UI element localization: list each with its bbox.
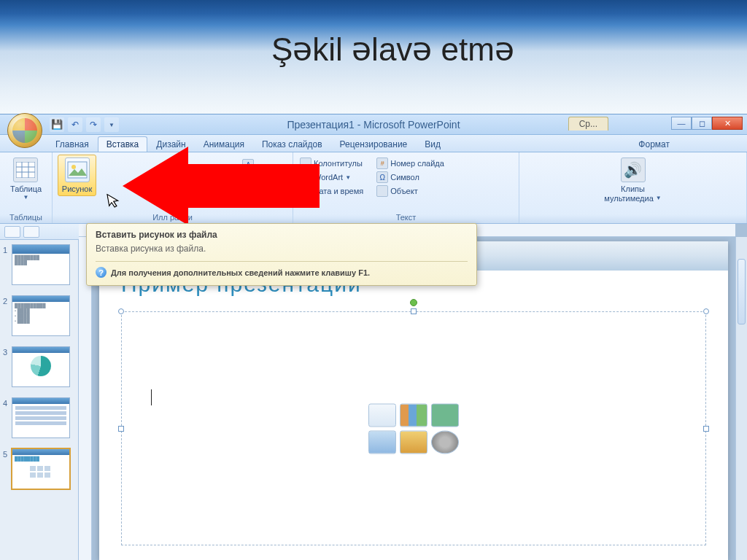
tooltip: Вставить рисунок из файла Вставка рисунк… (86, 223, 477, 286)
media-clips-button[interactable]: 🔊 Клипы мультимедиа▼ (600, 155, 665, 206)
save-icon[interactable]: 💾 (50, 117, 64, 132)
contextual-tab[interactable]: Ср... (568, 117, 608, 131)
table-label: Таблица (10, 184, 42, 193)
slide-canvas[interactable]: Пример презентации (99, 241, 728, 560)
table-icon (13, 158, 38, 182)
slide-thumbnails: 1 ████████████ 2 ██████████• ████• ████•… (0, 240, 79, 560)
insert-chart-icon[interactable] (400, 403, 427, 427)
title-bar: 💾 ↶ ↷ ▼ Презентация1 - Microsoft PowerPo… (0, 114, 747, 135)
content-placeholder[interactable] (121, 311, 706, 545)
resize-handle[interactable] (118, 426, 124, 432)
picture-icon (65, 158, 90, 182)
qat-dropdown-icon[interactable]: ▼ (104, 117, 119, 132)
chevron-down-icon: ▼ (345, 174, 351, 181)
thumbnail-5[interactable]: ████████ (12, 448, 70, 489)
symbol-icon: Ω (376, 171, 388, 183)
powerpoint-window: 💾 ↶ ↷ ▼ Презентация1 - Microsoft PowerPo… (0, 114, 747, 560)
thumbnail-4[interactable] (12, 397, 70, 438)
object-icon (376, 185, 388, 197)
resize-handle[interactable] (118, 308, 124, 314)
media-label-2: мультимедиа (604, 194, 654, 203)
presentation-title: Şəkil əlavə etmə (271, 31, 514, 68)
ribbon: Таблица ▼ Таблицы Рисунок A (0, 152, 747, 224)
tab-view[interactable]: Вид (416, 136, 449, 152)
group-text: Колонтитулы AWordArt ▼ Дата и время #Ном… (293, 152, 519, 223)
resize-handle[interactable] (703, 426, 709, 432)
tab-review[interactable]: Рецензирование (331, 136, 417, 152)
thumbnail-1[interactable]: ████████████ (12, 244, 70, 285)
undo-icon[interactable]: ↶ (68, 117, 82, 132)
tab-home[interactable]: Главная (47, 136, 98, 152)
group-text-label: Текст (293, 213, 519, 222)
help-icon: ? (96, 267, 107, 278)
group-tables: Таблица ▼ Таблицы (0, 152, 53, 223)
group-tables-label: Таблицы (0, 213, 52, 222)
tab-format[interactable]: Формат (630, 136, 678, 152)
slide-panel-tabs (0, 224, 79, 240)
tooltip-title: Вставить рисунок из файла (96, 230, 468, 240)
thumbnail-3[interactable] (12, 346, 70, 387)
svg-point-6 (71, 165, 76, 169)
ribbon-tabs: Главная Вставка Дизайн Анимация Показ сл… (0, 135, 747, 152)
window-controls: — ◻ ✕ (671, 117, 743, 130)
close-button[interactable]: ✕ (712, 117, 743, 130)
presentation-header: Şəkil əlavə etmə (0, 0, 747, 114)
restore-button[interactable]: ◻ (692, 117, 712, 130)
object-button[interactable]: Объект (375, 184, 446, 198)
outline-tab[interactable] (23, 226, 39, 238)
group-media: 🔊 Клипы мультимедиа▼ (519, 152, 747, 223)
placeholder-insert-icons (368, 403, 459, 454)
chevron-down-icon: ▼ (23, 194, 29, 201)
rotate-handle[interactable] (410, 299, 417, 306)
svg-marker-7 (123, 147, 320, 225)
quick-access-toolbar: 💾 ↶ ↷ ▼ (50, 117, 119, 132)
scrollbar-vertical[interactable] (735, 237, 747, 560)
office-button[interactable] (7, 113, 42, 148)
scrollbar-thumb[interactable] (738, 259, 746, 324)
insert-smartart-icon[interactable] (431, 403, 459, 427)
tooltip-body: Вставка рисунка из файла. (96, 244, 468, 254)
text-cursor (151, 389, 152, 405)
thumbnail-2[interactable]: ██████████• ████• ████• ████ (12, 295, 70, 336)
symbol-button[interactable]: ΩСимвол (375, 171, 446, 184)
table-button[interactable]: Таблица ▼ (6, 155, 46, 203)
media-label-1: Клипы (621, 184, 645, 193)
resize-handle[interactable] (703, 308, 709, 314)
svg-rect-0 (16, 162, 35, 178)
speaker-icon: 🔊 (621, 158, 646, 182)
window-title: Презентация1 - Microsoft PowerPoint (287, 119, 460, 131)
red-arrow-annotation (123, 147, 320, 225)
insert-table-icon[interactable] (368, 403, 396, 427)
tooltip-help: ? Для получения дополнительных сведений … (96, 261, 468, 278)
insert-media-icon[interactable] (431, 430, 459, 454)
resize-handle[interactable] (411, 308, 417, 314)
slide-number-button[interactable]: #Номер слайда (375, 157, 446, 170)
insert-picture-icon[interactable] (368, 430, 396, 454)
slide-number-icon: # (376, 158, 388, 169)
picture-label: Рисунок (62, 184, 93, 193)
chevron-down-icon: ▼ (656, 194, 662, 203)
picture-button[interactable]: Рисунок (58, 155, 97, 196)
insert-clipart-icon[interactable] (400, 430, 427, 454)
minimize-button[interactable]: — (671, 117, 692, 130)
redo-icon[interactable]: ↷ (86, 117, 101, 132)
slides-tab[interactable] (4, 226, 20, 238)
